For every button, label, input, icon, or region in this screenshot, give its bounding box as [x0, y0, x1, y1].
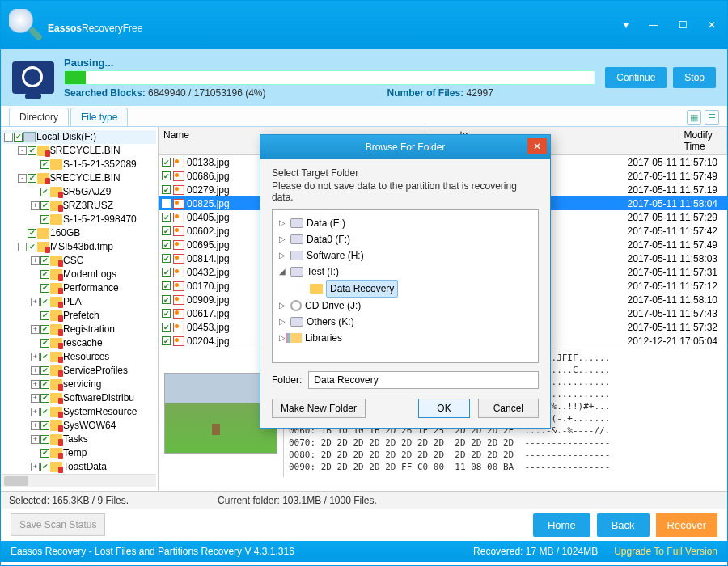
tree-item[interactable]: +✔ servicing — [2, 378, 156, 391]
drive-icon — [290, 251, 303, 260]
folder-icon — [37, 146, 49, 156]
tabs-row: Directory File type ▦ ☰ — [1, 106, 727, 127]
home-button[interactable]: Home — [533, 513, 590, 537]
tree-root[interactable]: -✔ Local Disk(F:) — [2, 130, 156, 144]
progress-panel: Pausing... Searched Blocks: 6849940 / 17… — [1, 49, 727, 106]
stop-button[interactable]: Stop — [673, 67, 716, 88]
tree-item[interactable]: ✔ ModemLogs — [2, 268, 156, 281]
app-title: EassosRecoveryFree — [48, 14, 142, 36]
tree-item[interactable]: -✔ $RECYCLE.BIN — [2, 171, 156, 185]
tab-filetype[interactable]: File type — [70, 108, 128, 126]
folder-tree-item[interactable]: ▷Data0 (F:) — [279, 231, 531, 247]
image-file-icon — [173, 281, 184, 291]
folder-icon — [50, 462, 62, 472]
folder-icon — [37, 242, 49, 252]
upgrade-link[interactable]: Upgrade To Full Version — [614, 546, 717, 557]
maximize-icon[interactable]: ☐ — [679, 19, 688, 31]
folder-icon — [50, 365, 62, 376]
folder-input[interactable] — [308, 371, 539, 389]
dialog-close-icon[interactable]: ✕ — [527, 138, 547, 154]
back-button[interactable]: Back — [597, 513, 650, 537]
tree-item[interactable]: +✔ $RZ3RUSZ — [2, 199, 156, 213]
folder-icon — [50, 283, 62, 294]
make-new-folder-button[interactable]: Make New Folder — [272, 399, 366, 418]
tab-directory[interactable]: Directory — [9, 108, 69, 126]
drive-icon — [290, 218, 303, 228]
tree-item[interactable]: ✔ Temp — [2, 446, 156, 460]
tree-item[interactable]: +✔ SysWOW64 — [2, 419, 156, 433]
tree-item[interactable]: ✔ $R5GAJZ9 — [2, 185, 156, 199]
tree-item[interactable]: +✔ CSC — [2, 254, 156, 268]
tree-item[interactable]: +✔ Registration — [2, 323, 156, 336]
folder-label: Folder: — [272, 374, 302, 386]
view-list-icon[interactable]: ☰ — [705, 110, 719, 125]
save-scan-button[interactable]: Save Scan Status — [11, 513, 105, 536]
drive-icon — [290, 234, 303, 244]
image-file-icon — [173, 268, 184, 277]
close-icon[interactable]: ✕ — [708, 19, 716, 31]
ok-button[interactable]: OK — [418, 399, 469, 418]
directory-tree[interactable]: -✔ Local Disk(F:) -✔ $RECYCLE.BIN✔ S-1-5… — [1, 127, 159, 491]
folder-icon — [50, 434, 62, 445]
tree-item[interactable]: ✔ Performance — [2, 281, 156, 295]
tree-item[interactable]: -✔ $RECYCLE.BIN — [2, 144, 156, 158]
folder-tree-item[interactable]: Data Recovery — [279, 280, 531, 298]
continue-button[interactable]: Continue — [605, 67, 667, 88]
tree-item[interactable]: +✔ SoftwareDistribu — [2, 391, 156, 405]
image-file-icon — [173, 240, 184, 250]
view-icons-icon[interactable]: ▦ — [687, 110, 701, 125]
image-file-icon — [173, 309, 184, 319]
tree-scrollbar[interactable] — [2, 474, 156, 487]
tree-item[interactable]: +✔ Tasks — [2, 433, 156, 446]
folder-tree-item[interactable]: ▷Libraries — [279, 330, 531, 346]
folder-tree[interactable]: ▷Data (E:)▷Data0 (F:)▷Software (H:)◢Test… — [272, 209, 539, 363]
image-file-icon — [173, 336, 184, 346]
minimize-icon[interactable]: — — [649, 19, 658, 31]
tree-item[interactable]: +✔ PLA — [2, 295, 156, 309]
bottom-bar: Eassos Recovery - Lost Files and Partiti… — [1, 541, 727, 562]
settings-icon[interactable]: ▾ — [624, 19, 629, 31]
tree-item[interactable]: +✔ ToastData — [2, 460, 156, 474]
folder-icon — [50, 324, 62, 335]
tree-item[interactable]: ✔ 160GB — [2, 226, 156, 240]
cd-drive-icon — [290, 300, 302, 311]
current-folder-status: Current folder: 103.1MB / 1000 Files. — [218, 495, 377, 506]
status-bar: Selected: 165.3KB / 9 Files. Current fol… — [1, 491, 727, 509]
tree-item[interactable]: ✔ S-1-5-21-352089 — [2, 158, 156, 171]
tree-item[interactable]: ✔ Prefetch — [2, 309, 156, 323]
folder-icon — [50, 407, 62, 417]
folder-icon — [50, 297, 62, 307]
folder-tree-item[interactable]: ◢Test (I:) — [279, 264, 531, 280]
image-file-icon — [173, 295, 184, 305]
folder-icon — [50, 214, 62, 225]
folder-icon — [50, 379, 62, 390]
recover-button[interactable]: Recover — [656, 513, 717, 537]
tree-item[interactable]: ✔ rescache — [2, 336, 156, 350]
tree-item[interactable]: +✔ ServiceProfiles — [2, 364, 156, 378]
tree-item[interactable]: -✔ MSI543bd.tmp — [2, 240, 156, 254]
image-file-icon — [173, 185, 184, 195]
folder-icon — [37, 173, 49, 184]
app-logo-icon — [9, 9, 41, 41]
folder-icon — [50, 201, 62, 211]
folder-icon — [50, 187, 62, 197]
image-file-icon — [173, 213, 184, 222]
browse-folder-dialog: Browse For Folder ✕ Select Target Folder… — [260, 134, 551, 429]
folder-tree-item[interactable]: ▷Others (K:) — [279, 314, 531, 330]
scan-monitor-icon — [12, 61, 54, 94]
folder-tree-item[interactable]: ▷CD Drive (J:) — [279, 298, 531, 314]
folder-tree-item[interactable]: ▷Data (E:) — [279, 215, 531, 231]
folder-icon — [50, 420, 62, 431]
drive-icon — [290, 267, 303, 277]
image-file-icon — [173, 171, 184, 181]
cancel-button[interactable]: Cancel — [478, 399, 539, 418]
folder-tree-item[interactable]: ▷Software (H:) — [279, 247, 531, 264]
tree-item[interactable]: ✔ S-1-5-21-998470 — [2, 213, 156, 226]
folder-icon — [50, 269, 62, 280]
progress-bar — [64, 70, 595, 85]
image-file-icon — [173, 254, 184, 264]
drive-icon — [290, 317, 303, 327]
tree-item[interactable]: +✔ SystemResource — [2, 405, 156, 419]
folder-icon — [50, 256, 62, 266]
tree-item[interactable]: +✔ Resources — [2, 350, 156, 364]
